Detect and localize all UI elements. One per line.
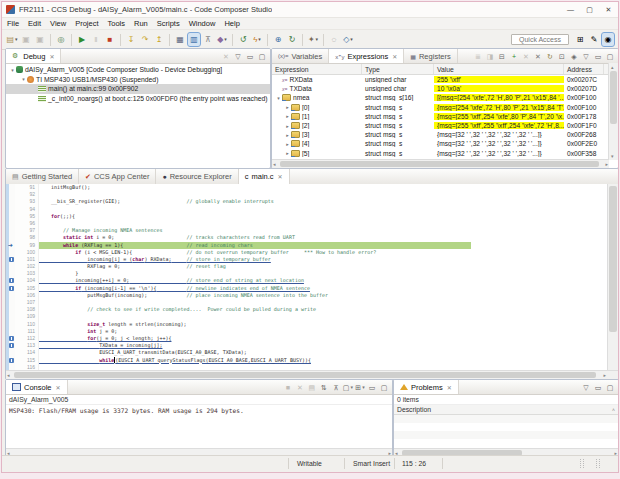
scroll-left-icon[interactable]: ◂ — [273, 161, 276, 167]
marker-column[interactable] — [6, 292, 15, 299]
code-text[interactable]: RXFlag = 0; // reset flag — [39, 263, 618, 270]
suspend-icon[interactable]: ‖ — [90, 33, 102, 46]
tab-ccs-app-center[interactable]: ✔CCS App Center — [79, 169, 156, 184]
marker-column[interactable] — [6, 220, 15, 227]
code-line[interactable]: 94 — [6, 206, 618, 213]
code-line[interactable]: 115 while(EUSCI_A_UART_queryStatusFlags(… — [6, 357, 618, 364]
tree-expander-icon[interactable]: ▸ — [284, 141, 291, 147]
close-icon[interactable]: ✕ — [447, 384, 452, 391]
menu-edit[interactable]: Edit — [28, 19, 41, 28]
marker-column[interactable] — [6, 306, 15, 313]
flash-target-icon[interactable]: ⊕ — [272, 33, 284, 46]
view-menu-icon[interactable]: ▽ — [233, 51, 243, 62]
tree-expander-icon[interactable]: ▸ — [284, 150, 291, 156]
open-console-icon[interactable]: ⊞▾ — [355, 382, 365, 393]
breakpoint-marker-icon[interactable] — [9, 257, 14, 262]
marker-column[interactable] — [6, 357, 15, 364]
scroll-thumb[interactable] — [280, 161, 599, 167]
new-file-icon[interactable]: ▤▾ — [6, 33, 18, 46]
marker-column[interactable]: ➜ — [6, 242, 15, 249]
column-description[interactable]: Description — [397, 406, 431, 413]
close-icon[interactable]: ✕ — [49, 53, 54, 60]
create-watchpoint-icon[interactable]: ◈ — [569, 51, 579, 62]
remove-launch-icon[interactable]: ✕ — [295, 382, 305, 393]
expression-row[interactable]: ▾nmeastruct msg_s[16][{msg=[254 '\xfe',7… — [272, 93, 618, 102]
marker-column[interactable] — [6, 213, 15, 220]
breakpoint-marker-icon[interactable] — [9, 286, 14, 291]
dropdown-caret-icon[interactable]: ▾ — [316, 37, 319, 42]
sort-indicator-icon[interactable]: ˄ — [612, 407, 615, 413]
expressions-horizontal-scrollbar[interactable]: ◂ ▸ — [272, 159, 609, 168]
tree-expander-icon[interactable]: ▾ — [9, 67, 16, 73]
dropdown-caret-icon[interactable]: ▾ — [15, 37, 18, 42]
tree-expander-icon[interactable]: ▾ — [275, 95, 282, 101]
marker-column[interactable] — [6, 299, 15, 306]
view-menu-icon[interactable]: ▽ — [581, 382, 591, 393]
add-expression-icon[interactable]: + — [509, 51, 519, 62]
code-line[interactable]: 102 RXFlag = 0; // reset flag — [6, 263, 618, 270]
save-all-icon[interactable]: ▣ — [34, 33, 46, 46]
restart-icon[interactable]: ↺ — [237, 33, 249, 46]
code-text[interactable]: int j = 0; — [39, 328, 618, 335]
close-icon[interactable]: ✕ — [56, 384, 61, 391]
code-line[interactable]: 105 if (incoming[i-1] == '\n'){ // newli… — [6, 285, 618, 292]
code-text[interactable]: static int i = 0; // tracks charachters … — [39, 234, 618, 241]
view-disassembly-icon[interactable]: ▦ — [174, 33, 186, 46]
code-line[interactable]: 111 int j = 0; — [6, 328, 618, 335]
expression-row[interactable]: ▸[1]struct msg_s{msg=[255 '\xff',254 '\x… — [272, 112, 618, 121]
marker-column[interactable] — [6, 249, 15, 256]
open-perspective-icon[interactable]: ⊞ — [574, 33, 586, 46]
close-icon[interactable]: ✕ — [278, 173, 283, 180]
debug-tree-item[interactable]: main() at main.c:99 0x00F902 — [6, 84, 270, 94]
remove-all-expressions-icon[interactable]: ✕ — [533, 51, 543, 62]
code-text[interactable]: EUSCI_A_UART_transmitData(EUSCI_A0_BASE,… — [39, 349, 618, 356]
marker-column[interactable] — [6, 263, 15, 270]
code-line[interactable]: 114 EUSCI_A_UART_transmitData(EUSCI_A0_B… — [6, 349, 618, 356]
debug-tree-item[interactable]: _c_int00_noargs() at boot.c:125 0x00FDF0… — [6, 94, 270, 104]
remove-all-terminated-icon[interactable]: ✕ — [221, 51, 231, 62]
code-text[interactable]: putMsgBuf(incoming); // place incoming N… — [39, 292, 618, 299]
code-text[interactable] — [39, 206, 618, 213]
tab-expressions[interactable]: x⁺yExpressions✕ — [329, 49, 404, 63]
breakpoint-marker-icon[interactable] — [9, 358, 14, 363]
column-value[interactable]: Value — [434, 64, 564, 74]
code-text[interactable]: for(;;){ — [39, 213, 618, 220]
tab-problems[interactable]: Problems ✕ — [394, 380, 459, 394]
code-line[interactable]: ➜99 while (RXFlag == 1){ // read incomin… — [6, 242, 618, 249]
dropdown-caret-icon[interactable]: ▾ — [350, 37, 353, 42]
terminate-icon[interactable]: ■ — [283, 382, 293, 393]
menu-project[interactable]: Project — [75, 19, 98, 28]
code-text[interactable]: incoming[i] = (char) RXData; // store in… — [39, 256, 618, 263]
menu-run[interactable]: Run — [134, 19, 148, 28]
marker-column[interactable] — [6, 328, 15, 335]
clear-console-icon[interactable]: ▤ — [307, 382, 317, 393]
debug-config-icon[interactable]: ◎ — [55, 33, 67, 46]
menu-file[interactable]: File — [7, 19, 19, 28]
tab-getting-started[interactable]: ▤Getting Started — [6, 169, 79, 184]
step-into-icon[interactable]: ↧ — [125, 33, 137, 46]
code-line[interactable]: 104 incoming[++i] = 0; // store end of s… — [6, 277, 618, 284]
marker-column[interactable] — [6, 198, 15, 205]
expression-row[interactable]: ▸[5]struct msg_s{msg=[32 ' ',32 ' ',32 '… — [272, 149, 618, 158]
step-over-icon[interactable]: ↷ — [139, 33, 151, 46]
step-return-icon[interactable]: ↥ — [153, 33, 165, 46]
scroll-left-icon[interactable]: ◂ — [7, 372, 10, 378]
expression-row[interactable]: ▸[2]struct msg_s{msg=[255 '\xff',255 '\x… — [272, 121, 618, 130]
tree-expander-icon[interactable]: ▾ — [20, 76, 27, 82]
code-line[interactable]: 110 size_t length = strlen(incoming); — [6, 321, 618, 328]
registers-view-icon[interactable]: ▥ — [188, 33, 200, 46]
scroll-lock-icon[interactable]: ⇅ — [319, 382, 329, 393]
code-line[interactable]: 106 putMsgBuf(incoming); // place incomi… — [6, 292, 618, 299]
collapse-all-icon[interactable]: ⊟ — [497, 51, 507, 62]
display-selected-console-icon[interactable]: ▢▾ — [343, 382, 353, 393]
refresh-icon[interactable]: ↻ — [286, 33, 298, 46]
maximize-window-button[interactable]: ▢ — [580, 2, 599, 17]
menu-help[interactable]: Help — [224, 19, 239, 28]
scroll-right-icon[interactable]: ▸ — [603, 372, 606, 378]
marker-column[interactable] — [6, 256, 15, 263]
expression-row[interactable]: ▸[3]struct msg_s{msg=[32 ' ',32 ' ',32 '… — [272, 130, 618, 139]
show-logical-structure-icon[interactable]: ◨ — [485, 51, 495, 62]
code-line[interactable]: 101 incoming[i] = (char) RXData; // stor… — [6, 256, 618, 263]
dropdown-caret-icon[interactable]: ▾ — [362, 385, 365, 390]
marker-column[interactable] — [6, 349, 15, 356]
